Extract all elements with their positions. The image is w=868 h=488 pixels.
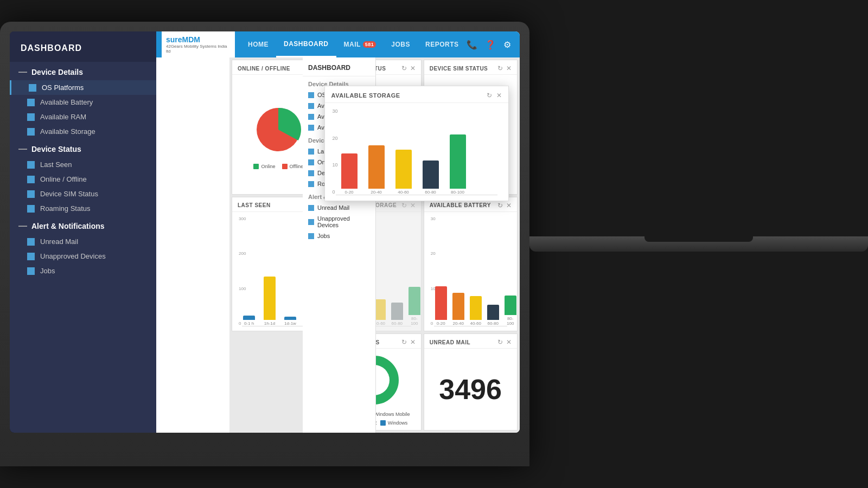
widget-online-offline-title: ONLINE / OFFLINE <box>238 66 290 72</box>
phone-icon[interactable]: 📞 <box>467 40 477 50</box>
pie-online-offline-legend: Online Offline <box>253 164 303 169</box>
storage-bar-60-80-rect <box>391 303 403 320</box>
popup-bar-80-100: 80-100 <box>450 134 466 195</box>
legend-label-windows-mobile: Windows Mobile <box>374 412 410 417</box>
checkbox-available-battery[interactable] <box>27 99 35 106</box>
legend-dot-windows <box>380 420 386 426</box>
battery-bar-60-80-rect <box>487 305 499 320</box>
nav-dashboard[interactable]: DASHBOARD <box>276 31 336 57</box>
battery-bar-60-80-label: 60-80 <box>487 321 498 326</box>
close-icon-battery[interactable]: ✕ <box>506 202 512 209</box>
checkbox-available-storage[interactable] <box>27 128 35 136</box>
sidebar-title: DASHBOARD <box>10 31 156 62</box>
nav-jobs[interactable]: JOBS <box>384 31 418 57</box>
settings-icon[interactable]: ⚙ <box>503 40 511 50</box>
item-label-jobs: Jobs <box>40 267 55 275</box>
sidebar-item-device-sim-status[interactable]: Device SIM Status <box>10 187 156 201</box>
brand-area: sureMDM 42Gears Mobility Systems India l… <box>162 31 235 57</box>
popup-bar-60-80: 60-80 <box>423 160 439 195</box>
available-battery-x-axis <box>434 326 507 326</box>
item-label-roaming-status: Roaming Status <box>40 204 91 213</box>
popup-bar-40-60: 40-60 <box>395 150 412 195</box>
close-icon-unread-mail[interactable]: ✕ <box>506 338 512 346</box>
item-label-available-storage: Available Storage <box>40 127 95 136</box>
sidebar-item-available-ram[interactable]: Available RAM <box>10 110 156 124</box>
storage-bar-60-80: 60-80 <box>391 303 403 326</box>
sidebar-section-alerts[interactable]: — Alert & Notifications <box>10 216 156 234</box>
bar-1h-1d: 1h-1d <box>264 277 276 326</box>
item-label-unapproved-devices: Unapproved Devices <box>40 252 106 260</box>
nav-home[interactable]: HOME <box>240 31 276 57</box>
sidebar-item-available-battery[interactable]: Available Battery <box>10 95 156 110</box>
close-icon-roaming[interactable]: ✕ <box>410 65 416 72</box>
popup-bar-20-40: 20-40 <box>368 145 385 195</box>
legend-label-offline: Offline <box>290 164 304 169</box>
available-battery-chart: 30 20 10 0 0-20 <box>429 216 513 327</box>
popup-bar-60-80-label: 60-80 <box>425 190 436 195</box>
nav-icons: 📞 ❓ ⚙ <box>467 40 520 50</box>
popup-bar-20-40-label: 20-40 <box>371 190 381 195</box>
nav-panel-unread-mail[interactable]: Unread Mail <box>303 202 375 213</box>
refresh-icon-sim[interactable]: ↻ <box>497 65 503 72</box>
checkbox-unread-mail[interactable] <box>27 238 35 246</box>
mail-badge: 581 <box>363 41 376 48</box>
sidebar-item-unapproved-devices[interactable]: Unapproved Devices <box>10 249 156 264</box>
sidebar-item-os-platforms[interactable]: OS Platforms <box>10 80 156 95</box>
sidebar-section-device-status[interactable]: — Device Status <box>10 139 156 157</box>
battery-bar-0-20-label: 0-20 <box>437 321 445 326</box>
refresh-icon-available-storage[interactable]: ↻ <box>401 202 407 209</box>
checkbox-last-seen[interactable] <box>27 161 35 169</box>
checkbox-device-sim-status[interactable] <box>27 190 35 198</box>
refresh-icon-os[interactable]: ↻ <box>401 338 407 346</box>
popup-bar-40-60-rect <box>395 150 412 189</box>
sidebar-item-available-storage[interactable]: Available Storage <box>10 124 156 139</box>
sidebar-item-roaming-status[interactable]: Roaming Status <box>10 201 156 216</box>
nav-panel-unapproved-devices[interactable]: Unapproved Devices <box>303 213 375 230</box>
popup-title-available-storage: AVAILABLE STORAGE <box>331 92 400 99</box>
widget-unread-mail-header: UNREAD MAIL ↻ ✕ <box>424 334 517 349</box>
checkbox-available-ram[interactable] <box>27 113 35 121</box>
legend-offline: Offline <box>282 164 304 169</box>
checkbox-roaming-status[interactable] <box>27 205 35 213</box>
popup-close-icon[interactable]: ✕ <box>496 92 502 99</box>
popup-bar-20-40-rect <box>368 145 385 189</box>
storage-bar-80-100-rect <box>409 287 420 315</box>
nav-panel-jobs[interactable]: Jobs <box>303 230 375 241</box>
refresh-icon-roaming[interactable]: ↻ <box>401 65 407 72</box>
sidebar-item-jobs[interactable]: Jobs <box>10 264 156 278</box>
help-icon[interactable]: ❓ <box>485 40 496 50</box>
refresh-icon-unread-mail[interactable]: ↻ <box>497 338 503 346</box>
sidebar-section-device-details[interactable]: — Device Details <box>10 62 156 80</box>
sidebar-item-last-seen[interactable]: Last Seen <box>10 157 156 172</box>
popup-chart: 30 20 10 0 0-20 <box>330 108 503 195</box>
available-battery-y-axis: 30 20 10 0 <box>431 216 436 326</box>
sidebar-item-unread-mail[interactable]: Unread Mail <box>10 234 156 249</box>
close-icon-os[interactable]: ✕ <box>410 338 416 346</box>
pie-online-offline <box>248 100 308 159</box>
popup-controls: ↻ ✕ <box>487 92 502 99</box>
laptop-base <box>529 236 868 252</box>
bar-1d-1w-rect <box>284 317 296 320</box>
checkbox-unapproved-devices[interactable] <box>27 253 35 260</box>
nav-reports[interactable]: REPORTS <box>418 31 467 57</box>
collapse-icon: — <box>18 67 27 77</box>
collapse-icon-2: — <box>18 144 27 154</box>
battery-bar-80-100-label: 80-100 <box>505 316 516 326</box>
last-seen-y-axis: 300 200 100 0 <box>239 216 246 326</box>
top-nav: sureMDM 42Gears Mobility Systems India l… <box>156 31 520 57</box>
widget-available-battery-title: AVAILABLE BATTERY <box>430 202 491 208</box>
battery-bar-40-60: 40-60 <box>470 296 482 326</box>
sidebar-item-online-offline[interactable]: Online / Offline <box>10 172 156 187</box>
popup-bar-0-20-label: 0-20 <box>345 190 354 195</box>
left-sidebar: DASHBOARD — Device Details OS Platforms … <box>10 31 156 433</box>
checkbox-os-platforms[interactable] <box>29 84 36 92</box>
close-icon-sim[interactable]: ✕ <box>506 65 512 72</box>
battery-bar-20-40-rect <box>452 293 464 320</box>
refresh-icon-battery[interactable]: ↻ <box>497 202 503 209</box>
checkbox-jobs[interactable] <box>27 267 35 275</box>
checkbox-online-offline[interactable] <box>27 176 35 183</box>
brand-name: sureMDM <box>166 35 231 44</box>
nav-mail[interactable]: MAIL 581 <box>336 31 384 57</box>
popup-refresh-icon[interactable]: ↻ <box>487 92 492 99</box>
close-icon-available-storage[interactable]: ✕ <box>410 202 416 209</box>
